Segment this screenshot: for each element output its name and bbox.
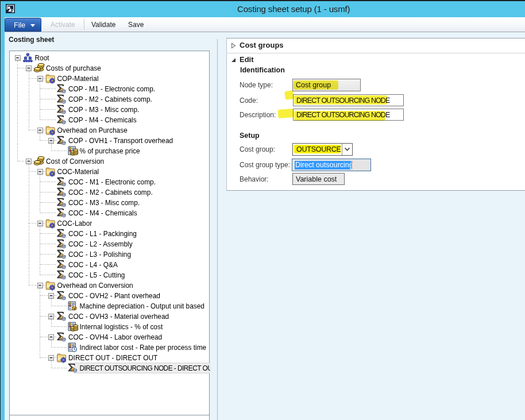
svg-text:COC - L3 - Polishing: COC - L3 - Polishing xyxy=(68,251,131,259)
svg-text:Cost of Conversion: Cost of Conversion xyxy=(46,157,104,165)
svg-text:Machine depreciation - Output: Machine depreciation - Output unit based xyxy=(80,302,204,310)
svg-text:COC-Material: COC-Material xyxy=(57,168,99,176)
svg-text:Root: Root xyxy=(35,54,50,62)
svg-text:Overhead on Conversion: Overhead on Conversion xyxy=(57,282,133,290)
svg-text:COC - OVH2 - Plant overhead: COC - OVH2 - Plant overhead xyxy=(68,292,160,300)
svg-text:Indirect labor cost - Rate per: Indirect labor cost - Rate per process t… xyxy=(80,344,207,352)
svg-text:Internal logistics - % of cost: Internal logistics - % of cost xyxy=(80,323,163,331)
svg-text:% of purchase price: % of purchase price xyxy=(80,147,140,155)
svg-text:COC - L1 - Packinging: COC - L1 - Packinging xyxy=(68,230,137,238)
svg-text:COC - M4 - Chemicals: COC - M4 - Chemicals xyxy=(68,209,137,217)
svg-text:COC-Labor: COC-Labor xyxy=(57,219,92,228)
svg-text:COC - L5 - Cutting: COC - L5 - Cutting xyxy=(68,271,125,279)
svg-text:COC - M3 - Misc comp.: COC - M3 - Misc comp. xyxy=(68,199,140,207)
svg-text:COC - M1 - Electronic comp.: COC - M1 - Electronic comp. xyxy=(68,178,156,186)
svg-text:COP - M3 - Misc comp.: COP - M3 - Misc comp. xyxy=(68,106,139,114)
svg-text:COC - L4 - Q&A: COC - L4 - Q&A xyxy=(68,261,118,269)
svg-text:Overhead on Purchase: Overhead on Purchase xyxy=(57,126,128,134)
svg-text:DIRECT OUTSOURCING NODE - DIRE: DIRECT OUTSOURCING NODE - DIRECT OUT xyxy=(80,364,211,372)
svg-text:DIRECT OUT - DIRECT OUT: DIRECT OUT - DIRECT OUT xyxy=(68,354,157,362)
svg-text:COC - L2 - Assembly: COC - L2 - Assembly xyxy=(68,240,133,248)
svg-text:COP - M4 - Chemicals: COP - M4 - Chemicals xyxy=(68,116,137,124)
svg-text:COP-Material: COP-Material xyxy=(57,75,99,83)
svg-text:COC - OVH3 - Material overhead: COC - OVH3 - Material overhead xyxy=(68,313,169,321)
svg-text:COP - OVH1 - Transport overhea: COP - OVH1 - Transport overhead xyxy=(68,137,173,145)
svg-text:COC - M2 - Cabinets comp.: COC - M2 - Cabinets comp. xyxy=(68,188,153,196)
svg-text:COP - M1 - Electronic comp.: COP - M1 - Electronic comp. xyxy=(68,85,155,93)
svg-text:Costs of purchase: Costs of purchase xyxy=(46,64,101,72)
svg-text:COC - OVH4 - Labor overhead: COC - OVH4 - Labor overhead xyxy=(68,333,162,341)
svg-text:COP - M2 - Cabinets comp.: COP - M2 - Cabinets comp. xyxy=(68,95,152,103)
